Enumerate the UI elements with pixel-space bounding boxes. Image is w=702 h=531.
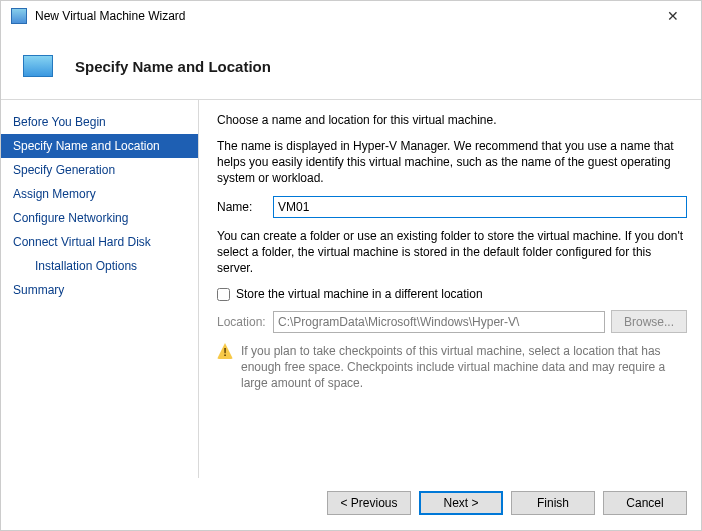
sidebar-step-connect-virtual-hard-disk[interactable]: Connect Virtual Hard Disk <box>1 230 198 254</box>
name-label: Name: <box>217 199 273 215</box>
app-icon <box>11 8 27 24</box>
page-title: Specify Name and Location <box>75 58 271 75</box>
warning-text: If you plan to take checkpoints of this … <box>241 343 687 391</box>
previous-button[interactable]: < Previous <box>327 491 411 515</box>
description-text: The name is displayed in Hyper-V Manager… <box>217 138 687 186</box>
location-input <box>273 311 605 333</box>
browse-button: Browse... <box>611 310 687 333</box>
warning-icon <box>217 343 233 359</box>
sidebar-step-specify-name-and-location[interactable]: Specify Name and Location <box>1 134 198 158</box>
sidebar-step-before-you-begin[interactable]: Before You Begin <box>1 110 198 134</box>
location-row: Location: Browse... <box>217 310 687 333</box>
sidebar-step-installation-options[interactable]: Installation Options <box>1 254 198 278</box>
sidebar-step-configure-networking[interactable]: Configure Networking <box>1 206 198 230</box>
folder-description-text: You can create a folder or use an existi… <box>217 228 687 276</box>
warning-row: If you plan to take checkpoints of this … <box>217 343 687 391</box>
sidebar-step-assign-memory[interactable]: Assign Memory <box>1 182 198 206</box>
sidebar-step-specify-generation[interactable]: Specify Generation <box>1 158 198 182</box>
footer: < Previous Next > Finish Cancel <box>1 478 701 528</box>
name-row: Name: <box>217 196 687 218</box>
window-title: New Virtual Machine Wizard <box>35 9 653 23</box>
body: Before You Begin Specify Name and Locati… <box>1 100 701 478</box>
cancel-button[interactable]: Cancel <box>603 491 687 515</box>
sidebar-step-summary[interactable]: Summary <box>1 278 198 302</box>
close-icon[interactable]: ✕ <box>653 2 693 30</box>
finish-button[interactable]: Finish <box>511 491 595 515</box>
next-button[interactable]: Next > <box>419 491 503 515</box>
name-input[interactable] <box>273 196 687 218</box>
header: Specify Name and Location <box>1 31 701 100</box>
intro-text: Choose a name and location for this virt… <box>217 112 687 128</box>
titlebar: New Virtual Machine Wizard ✕ <box>1 1 701 31</box>
wizard-sidebar: Before You Begin Specify Name and Locati… <box>1 100 199 478</box>
content-panel: Choose a name and location for this virt… <box>199 100 701 478</box>
store-different-location-checkbox[interactable] <box>217 288 230 301</box>
store-different-location-row: Store the virtual machine in a different… <box>217 286 687 302</box>
store-different-location-label: Store the virtual machine in a different… <box>236 286 483 302</box>
location-label: Location: <box>217 314 273 330</box>
wizard-icon <box>23 55 53 77</box>
